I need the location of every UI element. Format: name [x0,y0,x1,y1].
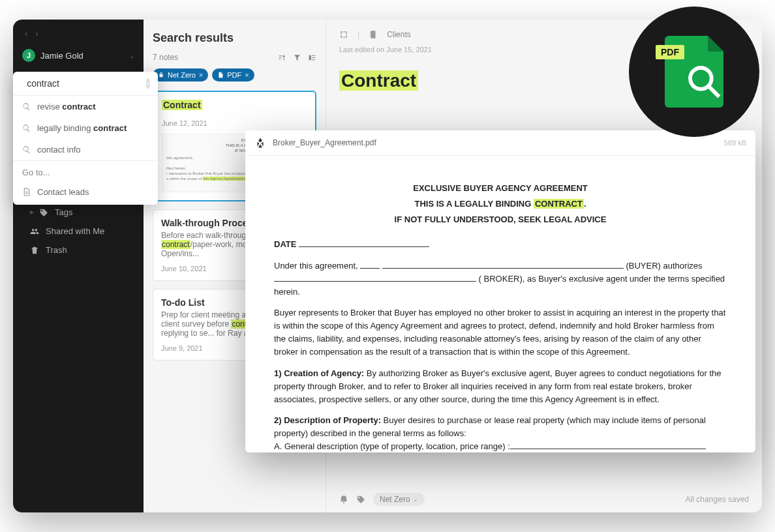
goto-item[interactable]: Contact leads [13,181,158,205]
people-icon [30,227,39,236]
reminder-icon[interactable] [339,495,348,504]
sidebar-label: Tags [55,207,72,217]
note-icon [22,188,31,196]
pdf-body: EXCLUSIVE BUYER AGENCY AGREEMENT THIS IS… [245,156,755,452]
sort-icon[interactable] [278,53,286,62]
nav-forward-icon[interactable]: › [35,29,38,38]
chip-remove-icon[interactable]: × [245,71,249,79]
chip-label: Net Zero [168,71,196,79]
search-panel: × revise contract legally binding contra… [13,72,158,205]
view-icon[interactable] [308,53,316,62]
chevron-down-icon: ⌄ [129,52,134,59]
svg-line-1 [709,87,719,96]
results-heading: Search results [153,31,316,45]
nav-back-icon[interactable]: ‹ [25,29,27,38]
search-suggestion[interactable]: revise contract [13,96,158,117]
goto-heading: Go to... [13,160,158,181]
filter-chip-pdf[interactable]: PDF × [212,68,254,81]
nav-arrows: ‹ › [13,20,144,44]
pdf-heading: EXCLUSIVE BUYER AGENCY AGREEMENT [274,182,727,195]
svg-point-0 [690,68,712,89]
clear-search-icon[interactable]: × [146,78,150,89]
chip-label: PDF [227,71,241,79]
tag-label: Net Zero [380,495,410,504]
search-suggestion[interactable]: contact info [13,139,158,160]
pdf-preview: Broker_Buyer_Agreement.pdf 589 kB EXCLUS… [245,130,755,452]
note-title: Contract [162,100,202,110]
document-icon: PDF [665,36,723,108]
trash-icon [30,246,39,255]
search-icon [22,145,31,154]
tag-icon [39,208,48,217]
note-footer: Net Zero ⌄ All changes saved [339,493,749,506]
avatar: J [22,49,35,62]
user-menu[interactable]: J Jamie Gold ⌄ [13,44,144,67]
pdf-filename: Broker_Buyer_Agreement.pdf [273,138,376,147]
magnifier-icon [686,63,722,102]
search-icon [21,79,22,88]
search-icon [22,124,31,132]
tag-pill-netzero[interactable]: Net Zero ⌄ [373,493,425,506]
notebook-icon [369,30,378,39]
expand-icon: ▶ [30,209,34,215]
results-count: 7 notes [153,53,178,62]
sidebar-item-tags[interactable]: ▶ Tags [13,203,144,222]
add-tag-icon[interactable] [356,495,365,504]
filter-chip-netzero[interactable]: Net Zero × [153,68,208,81]
expand-icon[interactable] [339,30,348,39]
sidebar-label: Shared with Me [46,226,104,236]
breadcrumb-label[interactable]: Clients [387,30,411,39]
pdf-heading: THIS IS A LEGALLY BINDING CONTRACT. [274,198,727,211]
user-name: Jamie Gold [40,51,124,61]
save-status: All changes saved [686,495,749,504]
sidebar-item-shared[interactable]: Shared with Me [13,222,144,241]
doc-icon [217,72,224,78]
chevron-down-icon: ⌄ [413,496,418,503]
note-date: June 12, 2021 [162,119,307,127]
pdf-app-icon [254,137,266,149]
search-icon [22,102,31,111]
sidebar-label: Trash [46,245,67,255]
lock-icon [158,72,164,78]
pdf-heading: IF NOT FULLY UNDERSTOOD, SEEK LEGAL ADVI… [274,213,727,226]
sidebar-item-trash[interactable]: Trash [13,241,144,259]
search-suggestion[interactable]: legally binding contract [13,117,158,139]
pdf-label: PDF [656,45,684,59]
note-title: To-do List [161,297,205,308]
filter-icon[interactable] [293,53,301,62]
chip-remove-icon[interactable]: × [199,71,203,79]
pdf-search-badge: PDF [629,7,759,137]
search-input[interactable] [27,78,141,89]
pdf-filesize: 589 kB [724,139,746,147]
search-input-row: × [13,72,158,96]
